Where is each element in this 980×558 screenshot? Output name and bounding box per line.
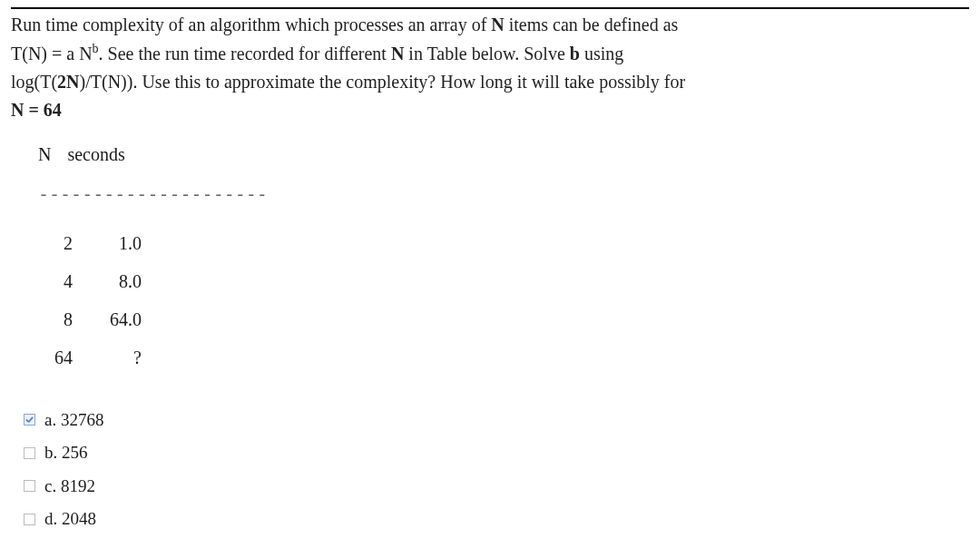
option-b[interactable]: b. 256	[24, 440, 969, 466]
option-label: a. 32768	[44, 407, 103, 434]
q-text-part: log(T(	[11, 72, 57, 92]
table-cell-n: 2	[38, 230, 78, 257]
q-bold-b: b	[570, 44, 580, 64]
q-text-part: . See the run time recorded for differen…	[99, 44, 391, 64]
table-row: 4 8.0	[38, 268, 969, 295]
question-text: Run time complexity of an algorithm whic…	[11, 11, 969, 124]
table-cell-n: 64	[38, 344, 78, 371]
table-cell-n: 4	[38, 268, 78, 295]
q-text-part: )/T(N)). Use this to approximate the com…	[80, 72, 686, 92]
checkbox-icon[interactable]	[24, 480, 35, 492]
table-cell-s: 8.0	[78, 268, 142, 295]
data-table: N seconds --------------------- 2 1.0 4 …	[38, 141, 969, 371]
table-header-n: N	[38, 141, 51, 168]
q-bold-2N: 2N	[57, 72, 79, 92]
checkmark-icon	[25, 416, 34, 424]
option-a[interactable]: a. 32768	[24, 407, 969, 434]
table-cell-s: 1.0	[78, 230, 142, 257]
table-row: 8 64.0	[38, 306, 969, 333]
option-c[interactable]: c. 8192	[24, 474, 969, 500]
q-text-part: using	[580, 44, 623, 64]
checkbox-checked-icon[interactable]	[24, 414, 35, 426]
option-d[interactable]: d. 2048	[24, 506, 969, 533]
q-text-part: Run time complexity of an algorithm whic…	[11, 15, 491, 34]
q-eq-sup: b	[93, 42, 99, 55]
q-text-part: in Table below. Solve	[404, 44, 569, 64]
q-bold-N: N	[491, 15, 504, 34]
q-text-part: items can be defined as	[505, 15, 679, 34]
table-cell-s: 64.0	[78, 306, 142, 333]
option-label: c. 8192	[44, 474, 95, 500]
table-row: 64 ?	[38, 344, 969, 371]
option-label: d. 2048	[44, 506, 96, 533]
table-header-seconds: seconds	[67, 141, 124, 168]
table-header: N seconds	[38, 141, 969, 168]
answer-options: a. 32768 b. 256 c. 8192 d. 2048	[24, 407, 969, 533]
checkbox-icon[interactable]	[24, 447, 35, 459]
q-bold-N64: N = 64	[11, 100, 62, 120]
q-bold-N2: N	[391, 44, 404, 64]
option-label: b. 256	[44, 440, 88, 466]
table-row: 2 1.0	[38, 230, 969, 257]
svg-line-1	[29, 417, 33, 422]
table-cell-s: ?	[78, 344, 142, 371]
top-border	[11, 7, 969, 9]
checkbox-icon[interactable]	[24, 514, 35, 525]
table-separator: ---------------------	[38, 181, 969, 208]
table-cell-n: 8	[38, 306, 78, 333]
q-eq-lhs: T(N) = a N	[11, 44, 93, 64]
